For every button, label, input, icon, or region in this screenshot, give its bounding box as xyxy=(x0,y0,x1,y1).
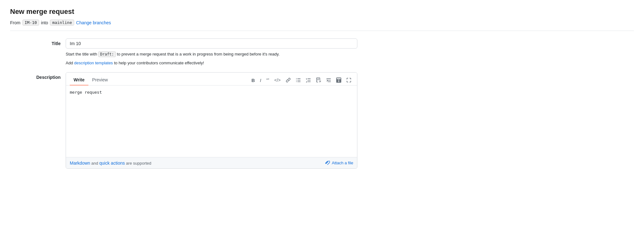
title-field-container: Start the title with Draft: to prevent a… xyxy=(66,38,357,66)
into-branch-badge: mainline xyxy=(50,20,74,26)
from-branch-badge: IM-10 xyxy=(22,20,39,26)
fullscreen-button[interactable] xyxy=(344,76,353,84)
title-label: Title xyxy=(10,38,61,66)
editor-toolbar: B I “” </> xyxy=(249,75,353,85)
description-section: Description Write Preview B I “” </> xyxy=(10,72,357,169)
bold-button[interactable]: B xyxy=(249,77,257,84)
link-button[interactable] xyxy=(284,76,293,84)
description-template-hint: Add description templates to help your c… xyxy=(66,60,357,66)
desc-hint-suffix: to help your contributors communicate ef… xyxy=(114,61,204,65)
description-templates-link[interactable]: description templates xyxy=(74,61,113,65)
italic-button[interactable]: I xyxy=(258,77,263,84)
editor-body[interactable]: merge request xyxy=(66,85,357,157)
markdown-link[interactable]: Markdown xyxy=(70,161,90,166)
footer-and: and xyxy=(91,161,98,166)
into-label: into xyxy=(41,20,48,25)
editor-footer: Markdown and quick actions are supported… xyxy=(66,157,357,168)
section-divider xyxy=(10,31,634,31)
change-branches-link[interactable]: Change branches xyxy=(76,20,111,25)
footer-markdown-info: Markdown and quick actions are supported xyxy=(70,161,151,166)
page-title: New merge request xyxy=(10,8,634,16)
draft-badge: Draft: xyxy=(98,51,116,57)
draft-hint-suffix: to prevent a merge request that is a wor… xyxy=(117,52,279,56)
attach-file-label[interactable]: Attach a file xyxy=(332,161,353,165)
quote-button[interactable]: “” xyxy=(264,77,271,84)
description-label: Description xyxy=(10,72,61,169)
from-label: From xyxy=(10,20,21,25)
indent-button[interactable] xyxy=(324,76,333,84)
code-button[interactable]: </> xyxy=(272,77,283,84)
table-button[interactable] xyxy=(334,76,343,84)
title-section: Title Start the title with Draft: to pre… xyxy=(10,38,357,66)
attach-icon xyxy=(325,160,330,166)
numbered-list-button[interactable] xyxy=(304,76,313,84)
tab-preview[interactable]: Preview xyxy=(88,75,112,85)
title-input[interactable] xyxy=(66,38,357,49)
description-textarea[interactable]: merge request xyxy=(70,89,353,152)
editor-tabs: Write Preview xyxy=(70,75,112,85)
quick-actions-link[interactable]: quick actions xyxy=(99,161,125,166)
footer-suffix: are supported xyxy=(126,161,151,166)
task-list-button[interactable] xyxy=(314,76,323,84)
tab-write[interactable]: Write xyxy=(70,75,88,85)
attach-file-button[interactable]: Attach a file xyxy=(325,160,353,166)
draft-hint: Start the title with Draft: to prevent a… xyxy=(66,51,357,57)
desc-hint-prefix: Add xyxy=(66,61,73,65)
branch-info: From IM-10 into mainline Change branches xyxy=(10,20,634,26)
editor-header: Write Preview B I “” </> xyxy=(66,73,357,85)
bullet-list-button[interactable] xyxy=(294,76,303,84)
draft-hint-prefix: Start the title with xyxy=(66,52,97,56)
description-editor: Write Preview B I “” </> xyxy=(66,72,357,169)
